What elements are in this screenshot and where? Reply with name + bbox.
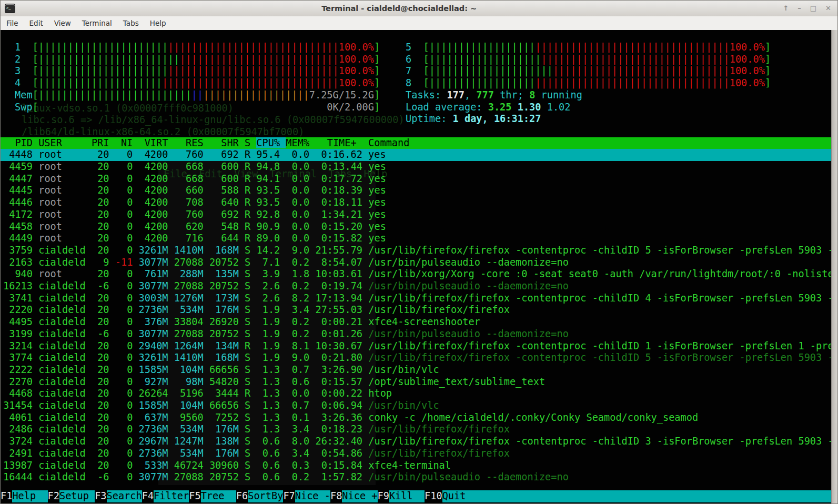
fkey-f5[interactable]: F5 <box>189 490 200 502</box>
process-row[interactable]: 4448 root 20 0 4200 760 692 R 95.4 0.0 0… <box>1 149 831 161</box>
load-average: Load average: 3.25 1.30 1.02 <box>406 102 570 114</box>
fkey-f7[interactable]: F7 <box>283 490 295 502</box>
menu-help[interactable]: Help <box>150 19 166 27</box>
process-row[interactable]: 3214 cialdeld 20 0 2940M 1264M 134M R 1.… <box>3 340 831 352</box>
process-row[interactable]: 4446 root 20 0 4200 708 640 R 93.5 0.0 0… <box>3 197 386 209</box>
fkey-f3[interactable]: F3 <box>95 490 106 502</box>
cpu-meter-2: 2 [|||||||||||||||||||||||||||||||||||||… <box>15 54 380 66</box>
fkey-f4[interactable]: F4 <box>142 490 154 502</box>
function-key-bar: F1Help F2Setup F3SearchF4FilterF5Tree F6… <box>1 490 831 502</box>
process-row[interactable]: 16444 cialdeld -6 0 3077M 27088 20752 S … <box>3 471 569 483</box>
uptime: Uptime: 1 day, 16:31:27 <box>406 113 541 125</box>
title-bar[interactable]: Terminal - cialdeld@chocialdellad: ~ ↑ –… <box>1 1 837 17</box>
process-row[interactable]: 3724 cialdeld 20 0 2967M 1247M 138M S 0.… <box>3 436 831 448</box>
cpu-meter-7: 7 [|||||||||||||||||||||||||||||||||||||… <box>406 65 771 77</box>
window-title: Terminal - cialdeld@chocialdellad: ~ <box>15 4 783 13</box>
fkey-action-f7[interactable]: Nice - <box>295 490 330 502</box>
fkey-f6[interactable]: F6 <box>236 490 248 502</box>
process-row[interactable]: 2220 cialdeld 20 0 2736M 534M 176M S 1.9… <box>3 304 510 316</box>
terminal-app-icon <box>5 4 15 13</box>
ghost-text: libc.so.6 => /lib/x86_64-linux-gnu/libc.… <box>22 114 405 126</box>
process-row[interactable]: 2491 cialdeld 20 0 2736M 534M 176M S 0.6… <box>3 448 510 460</box>
process-row[interactable]: 3774 cialdeld 20 0 3261M 1410M 168M S 1.… <box>3 352 831 364</box>
memory-meter: Mem[||||||||||||||||||||||||||||||||||||… <box>15 89 380 102</box>
window-controls: ↑ – □ ✕ <box>783 1 831 16</box>
terminal-scrollbar[interactable] <box>831 30 837 503</box>
process-row[interactable]: 940 root 20 0 761M 288M 135M S 3.9 1.8 1… <box>3 268 831 280</box>
process-row[interactable]: 4447 root 20 0 4200 668 600 R 94.1 0.0 0… <box>3 173 386 185</box>
process-row[interactable]: 31454 cialdeld 20 0 1585M 104M 66656 S 1… <box>3 400 439 412</box>
minimize-window-icon[interactable]: – <box>797 1 801 16</box>
maximize-window-icon[interactable]: □ <box>810 1 816 16</box>
process-row[interactable]: 4061 cialdeld 20 0 637M 9560 7252 S 1.3 … <box>3 412 698 424</box>
menu-tabs[interactable]: Tabs <box>123 19 139 27</box>
process-table-header[interactable]: PID USER PRI NI VIRT RES SHR S CPU% MEM%… <box>1 137 831 149</box>
process-row[interactable]: 4495 cialdeld 20 0 376M 33804 26920 S 1.… <box>3 316 480 328</box>
process-row[interactable]: 4172 root 20 0 4200 760 692 R 92.8 0.0 1… <box>3 209 386 221</box>
fkey-f1[interactable]: F1 <box>1 490 12 502</box>
fkey-action-f1[interactable]: Help <box>12 490 47 502</box>
process-row[interactable]: 4459 root 20 0 4200 668 600 R 94.8 0.0 0… <box>3 161 386 173</box>
fkey-f10[interactable]: F10 <box>425 490 442 502</box>
process-row[interactable]: 3199 cialdeld -6 0 3077M 27088 20752 S 1… <box>3 328 569 340</box>
process-row[interactable]: 2163 cialdeld 9 -11 3077M 27088 20752 S … <box>3 257 569 269</box>
process-row[interactable]: 4458 root 20 0 4200 620 548 R 90.9 0.0 0… <box>3 221 386 233</box>
fkey-f9[interactable]: F9 <box>378 490 389 502</box>
fkey-f2[interactable]: F2 <box>48 490 59 502</box>
tasks-summary: Tasks: 177, 777 thr; 8 running <box>406 89 582 102</box>
menu-edit[interactable]: Edit <box>29 19 43 27</box>
process-row[interactable]: 4449 root 20 0 4200 716 644 R 89.0 0.0 0… <box>3 233 386 245</box>
process-row[interactable]: 3759 cialdeld 20 0 3261M 1410M 168M S 14… <box>3 245 831 257</box>
process-row[interactable]: 2270 cialdeld 20 0 927M 98M 54820 S 1.3 … <box>3 376 545 388</box>
cpu-meter-4: 4 [|||||||||||||||||||||||||||||||||||||… <box>15 77 380 89</box>
fkey-action-f8[interactable]: Nice + <box>342 490 377 502</box>
ghost-text: /lib64/ld-linux-x86-64.so.2 (0x00007f594… <box>22 126 304 138</box>
cpu-meter-8: 8 [|||||||||||||||||||||||||||||||||||||… <box>406 77 771 89</box>
fkey-f8[interactable]: F8 <box>330 490 342 502</box>
process-row[interactable]: 2222 cialdeld 20 0 1585M 104M 66656 S 1.… <box>3 364 439 376</box>
fkey-action-f4[interactable]: Filter <box>154 490 189 502</box>
menu-terminal[interactable]: Terminal <box>82 19 112 27</box>
fkey-action-f6[interactable]: SortBy <box>248 490 283 502</box>
fkey-action-f2[interactable]: Setup <box>59 490 95 502</box>
fkey-action-f9[interactable]: Kill <box>389 490 425 502</box>
process-row[interactable]: 13987 cialdeld 20 0 533M 46724 30960 S 0… <box>3 460 451 472</box>
process-row[interactable]: 4468 cialdeld 20 0 26264 5196 3444 R 1.3… <box>3 388 392 400</box>
menu-bar: File Edit View Terminal Tabs Help <box>1 16 837 30</box>
process-row[interactable]: 4445 root 20 0 4200 660 588 R 93.5 0.0 0… <box>3 185 386 197</box>
terminal-window: Terminal - cialdeld@chocialdellad: ~ ↑ –… <box>0 0 838 504</box>
fkey-action-f10[interactable]: Quit <box>442 490 466 502</box>
process-row[interactable]: 16213 cialdeld -6 0 3077M 27088 20752 S … <box>3 280 569 293</box>
cpu-meter-5: 5 [|||||||||||||||||||||||||||||||||||||… <box>406 42 771 54</box>
close-window-icon[interactable]: ✕ <box>825 1 831 16</box>
fkey-action-f5[interactable]: Tree <box>201 490 236 502</box>
menu-view[interactable]: View <box>54 19 71 27</box>
cpu-meter-6: 6 [|||||||||||||||||||||||||||||||||||||… <box>406 54 771 66</box>
fkey-action-f3[interactable]: Search <box>107 490 142 502</box>
swap-meter: Swp[ 0K/2.00G] <box>15 102 380 114</box>
cpu-meter-1: 1 [|||||||||||||||||||||||||||||||||||||… <box>15 42 380 54</box>
terminal-viewport[interactable]: linux-vdso.so.1 (0x00007fff0c981000)libc… <box>1 30 831 503</box>
shade-window-icon[interactable]: ↑ <box>783 1 789 16</box>
process-row[interactable]: 2486 cialdeld 20 0 2736M 534M 176M S 1.3… <box>3 424 510 436</box>
cpu-meter-3: 3 [|||||||||||||||||||||||||||||||||||||… <box>15 65 380 77</box>
menu-file[interactable]: File <box>6 19 18 27</box>
process-row[interactable]: 3741 cialdeld 20 0 3003M 1276M 173M S 2.… <box>3 293 831 305</box>
fkey-bar-filler <box>466 490 831 502</box>
